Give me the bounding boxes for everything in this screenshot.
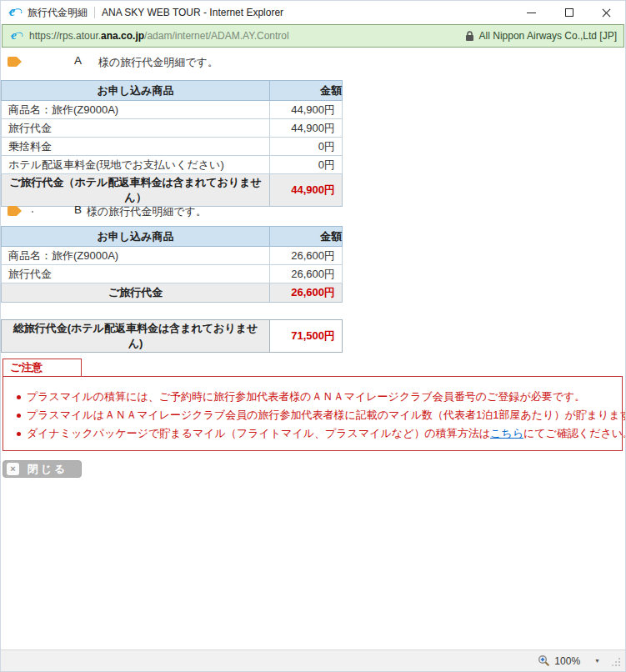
grand-total-label: 総旅行代金(ホテル配返車料金は含まれておりません) [2,320,270,353]
maximize-button[interactable] [550,1,588,24]
total-label-cell: ご旅行代金（ホテル配返車料金は含まれておりません） [2,174,270,207]
ev-certificate-badge[interactable]: All Nippon Airways Co.,Ltd [JP] [465,30,617,42]
orange-arrow-icon [8,206,22,216]
section-a-heading: A 様の旅行代金明細です。 [1,54,625,69]
column-header-item: お申し込み商品 [2,227,270,247]
bullet-icon [17,395,21,399]
lock-icon [465,30,474,42]
total-amount-cell: 44,900円 [270,174,343,207]
item-cell: 商品名：旅作(Z9000A) [2,247,270,265]
amount-cell: 26,600円 [270,247,343,265]
table-row: 乗捨料金 0円 [2,138,343,156]
amount-cell: 0円 [270,156,343,174]
notice-title-box: ご注意 [3,359,82,377]
amount-cell: 44,900円 [270,101,343,119]
notice-bullet-3: ダイナミックパッケージで貯まるマイル（フライトマイル、プラスマイルなど）の積算方… [15,424,613,443]
total-label-cell: ご旅行代金 [2,283,270,303]
address-bar[interactable]: e https://rps.atour.ana.co.jp/adam/inter… [2,24,624,48]
zoom-caret-down-icon[interactable]: ▼ [594,658,600,664]
section-b-heading: B 様の旅行代金明細です。 [1,203,625,218]
traveler-a-name: A [74,54,82,67]
window-close-button[interactable] [588,1,625,24]
notice-bullet-1: プラスマイルの積算には、ご予約時に旅行参加代表者様のＡＮＡマイレージクラブ会員番… [15,388,613,406]
magnifier-zoom-icon [538,654,550,667]
table-total-row: ご旅行代金（ホテル配返車料金は含まれておりません） 44,900円 [2,174,343,207]
small-dot-mark [32,211,33,213]
resize-grip[interactable] [612,658,622,668]
ie-logo-glyph: e [9,4,15,19]
table-header-row: お申し込み商品 金額 [2,227,343,247]
table-row: ホテル配返車料金(現地でお支払いください) 0円 [2,156,343,174]
traveler-b-name: B [74,203,82,216]
item-cell: 乗捨料金 [2,138,270,156]
table-total-row: ご旅行代金 26,600円 [2,283,343,303]
minimize-button[interactable] [513,1,550,24]
table-row: 商品名：旅作(Z9000A) 26,600円 [2,247,343,265]
notice-bullet-2: プラスマイルはＡＮＡマイレージクラブ会員の旅行参加代表者様に記載のマイル数（代表… [15,406,613,424]
bullet-icon [17,432,21,436]
section-a-heading-text: 様の旅行代金明細です。 [98,55,218,70]
price-table-b: お申し込み商品 金額 商品名：旅作(Z9000A) 26,600円 旅行代金 2… [1,226,343,303]
grand-total-amount: 71,500円 [270,320,343,353]
ie-browser-window: e 旅行代金明細 ANA SKY WEB TOUR - Internet Exp… [0,0,626,672]
notice-bullet-1-text: プラスマイルの積算には、ご予約時に旅行参加代表者様のＡＮＡマイレージクラブ会員番… [27,390,585,403]
amount-cell: 26,600円 [270,265,343,283]
column-header-item: お申し込み商品 [2,81,270,101]
table-row: 旅行代金 26,600円 [2,265,343,283]
ie-logo-icon: e [8,6,21,19]
orange-arrow-icon [8,57,22,67]
url-path: /adam/internet/ADAM.AY.Control [144,30,289,42]
notice-bullet-3-post: にてご確認ください。 [523,427,626,439]
window-title-page: 旅行代金明細 [28,6,88,20]
minimize-icon [527,13,536,13]
item-cell: 商品名：旅作(Z9000A) [2,101,270,119]
grand-total-row: 総旅行代金(ホテル配返車料金は含まれておりません) 71,500円 [2,320,343,353]
title-bar: e 旅行代金明細 ANA SKY WEB TOUR - Internet Exp… [1,1,625,24]
status-bar: 100% ▼ [1,649,625,671]
price-table-a: お申し込み商品 金額 商品名：旅作(Z9000A) 44,900円 旅行代金 4… [1,80,343,207]
kochira-link[interactable]: こちら [490,427,523,439]
notice-title: ご注意 [10,360,43,375]
table-row: 商品名：旅作(Z9000A) 44,900円 [2,101,343,119]
ie-logo-glyph: e [12,28,17,42]
grand-total-table: 総旅行代金(ホテル配返車料金は含まれておりません) 71,500円 [1,319,343,353]
close-icon [601,8,612,18]
close-page-button[interactable]: × 閉じる [3,460,82,478]
item-cell: ホテル配返車料金(現地でお支払いください) [2,156,270,174]
amount-cell: 44,900円 [270,119,343,138]
notice-bullet-3-pre: ダイナミックパッケージで貯まるマイル（フライトマイル、プラスマイルなど）の積算方… [27,427,490,439]
close-x-icon: × [7,463,19,475]
page-favicon-ie-icon: e [10,30,22,42]
window-controls [513,1,625,24]
notice-bullet-2-text: プラスマイルはＡＮＡマイレージクラブ会員の旅行参加代表者様に記載のマイル数（代表… [27,409,626,421]
zoom-level: 100% [554,655,580,667]
table-header-row: お申し込み商品 金額 [2,81,343,101]
title-separator [94,7,95,18]
zoom-control[interactable]: 100% ▼ [538,654,600,667]
window-title-app: ANA SKY WEB TOUR - Internet Explorer [102,7,283,18]
column-header-amount: 金額 [270,227,343,247]
page-content: A 様の旅行代金明細です。 お申し込み商品 金額 商品名：旅作(Z9000A) … [1,48,625,649]
amount-cell: 0円 [270,138,343,156]
bullet-icon [17,414,21,418]
notice-box: プラスマイルの積算には、ご予約時に旅行参加代表者様のＡＮＡマイレージクラブ会員番… [3,376,623,451]
ev-certificate-name: All Nippon Airways Co.,Ltd [JP] [479,30,617,42]
item-cell: 旅行代金 [2,265,270,283]
maximize-icon [565,8,573,17]
item-cell: 旅行代金 [2,119,270,138]
url-text[interactable]: https://rps.atour.ana.co.jp/adam/interne… [29,30,289,42]
column-header-amount: 金額 [270,81,343,101]
table-row: 旅行代金 44,900円 [2,119,343,138]
total-amount-cell: 26,600円 [270,283,343,303]
section-b-heading-text: 様の旅行代金明細です。 [87,204,207,219]
url-prefix: https://rps.atour. [29,30,101,42]
close-button-label: 閉じる [19,462,81,477]
url-domain: ana.co.jp [101,30,144,42]
